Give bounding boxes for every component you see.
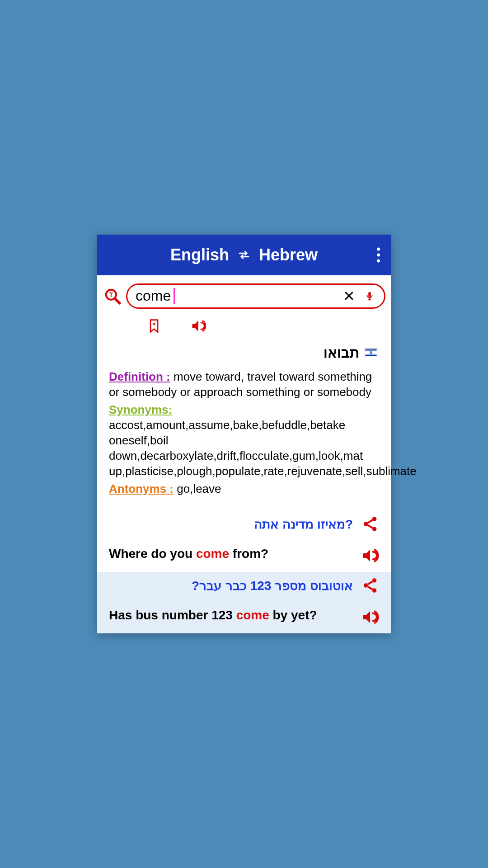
definition-label: Definition :: [109, 370, 170, 383]
example-text-pre: Where do you: [109, 547, 196, 561]
search-box: come ✕: [126, 283, 385, 309]
svg-point-11: [372, 589, 377, 593]
share-icon[interactable]: [361, 576, 379, 594]
example-english-text: Where do you come from?: [109, 547, 353, 561]
svg-line-2: [115, 298, 120, 303]
synonyms-text: accost,amount,assume,bake,befuddle,betak…: [109, 418, 417, 477]
example-hebrew-text: אוטובוס מספר 123 כבר עבר?: [109, 578, 353, 593]
svg-point-7: [364, 522, 368, 526]
example-block: ?מאיזו מדינה אתה Where do you come from?: [97, 510, 391, 572]
antonyms-text: go,leave: [174, 482, 221, 495]
content: Definition : move toward, travel toward …: [97, 369, 391, 497]
translation-row: תבואו: [97, 341, 391, 369]
mic-icon[interactable]: [363, 290, 376, 302]
lang-to-label[interactable]: Hebrew: [259, 245, 318, 264]
example-hebrew-text: ?מאיזו מדינה אתה: [109, 517, 353, 532]
advanced-search-icon[interactable]: T: [103, 286, 122, 306]
translation-hebrew: תבואו: [324, 344, 359, 361]
example-text-post: by yet?: [269, 608, 317, 622]
example-english-text: Has bus number 123 come by yet?: [109, 608, 353, 623]
speaker-icon[interactable]: [190, 318, 206, 334]
example-english-line: Where do you come from?: [109, 547, 379, 565]
search-input[interactable]: come: [136, 288, 171, 304]
svg-point-8: [372, 527, 377, 532]
svg-rect-4: [365, 349, 376, 351]
example-text-highlight: come: [236, 608, 269, 622]
example-english-line: Has bus number 123 come by yet?: [109, 608, 379, 626]
action-row: [97, 313, 391, 341]
svg-rect-5: [365, 354, 376, 356]
share-icon[interactable]: [361, 515, 379, 533]
definition-block: Definition : move toward, travel toward …: [109, 369, 379, 400]
svg-point-6: [372, 517, 377, 521]
speaker-icon[interactable]: [361, 547, 379, 565]
more-menu-icon[interactable]: [377, 247, 380, 262]
speaker-icon[interactable]: [361, 608, 379, 626]
example-hebrew-line: אוטובוס מספר 123 כבר עבר?: [109, 576, 379, 594]
antonyms-block: Antonyms : go,leave: [109, 481, 379, 497]
example-text-post: from?: [229, 547, 268, 561]
svg-point-10: [364, 583, 368, 588]
flag-israel-icon: [365, 348, 377, 357]
app-container: English Hebrew T come ✕: [97, 235, 391, 633]
example-text-pre: Has bus number 123: [109, 608, 236, 622]
search-row: T come ✕: [97, 275, 391, 313]
examples: ?מאיזו מדינה אתה Where do you come from?: [97, 510, 391, 633]
header: English Hebrew: [97, 235, 391, 275]
clear-icon[interactable]: ✕: [339, 288, 359, 305]
synonyms-block: Synonyms: accost,amount,assume,bake,befu…: [109, 402, 379, 479]
text-cursor: [174, 288, 175, 304]
antonyms-label: Antonyms :: [109, 482, 174, 495]
lang-from-label[interactable]: English: [170, 245, 229, 264]
swap-languages-icon[interactable]: [237, 248, 251, 262]
synonyms-label: Synonyms:: [109, 403, 172, 416]
example-block: אוטובוס מספר 123 כבר עבר? Has bus number…: [97, 572, 391, 633]
svg-text:T: T: [109, 291, 113, 298]
example-hebrew-line: ?מאיזו מדינה אתה: [109, 515, 379, 533]
bookmark-icon[interactable]: [147, 318, 163, 334]
svg-point-9: [372, 578, 377, 583]
example-text-highlight: come: [196, 547, 229, 561]
